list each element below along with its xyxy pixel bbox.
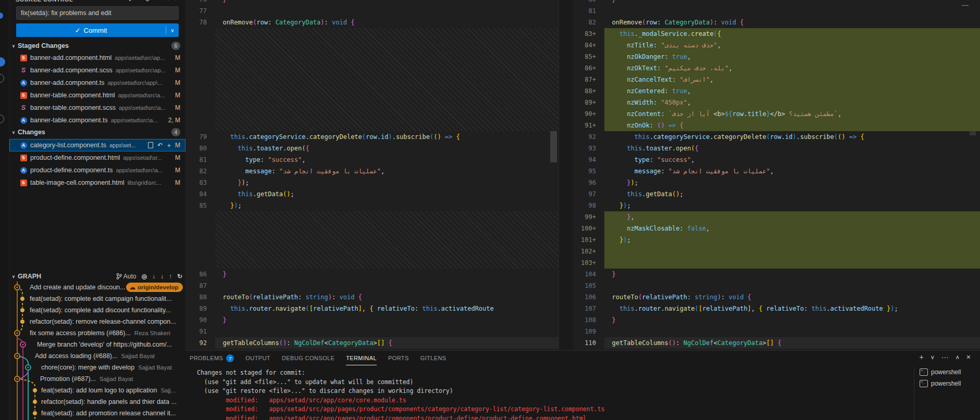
code-line-105[interactable]: 105: [573, 280, 980, 291]
file-row-banner-add.component.html[interactable]: 5banner-add.component.htmlapps\setad\src…: [9, 52, 185, 64]
maximize-panel-icon[interactable]: ∧: [956, 354, 960, 361]
open-file-icon[interactable]: [148, 142, 153, 148]
activity-bar[interactable]: [0, 0, 9, 420]
code-line-92[interactable]: 92 getTableColumns(): NgColDef<CategoryD…: [185, 337, 559, 349]
code-line-86[interactable]: 86 }: [185, 269, 559, 280]
file-row-banner-add.component.scss[interactable]: Sbanner-add.component.scssapps\setad\src…: [9, 64, 185, 77]
commit-row[interactable]: chore(core): merge with developSajjad Ba…: [9, 362, 185, 373]
panel-tab-gitlens[interactable]: GITLENS: [420, 351, 446, 365]
code-line-91[interactable]: 91: [185, 326, 559, 337]
scm-header-icons[interactable]: — ✓ ↻ ···: [111, 0, 181, 3]
commit-row[interactable]: feat(setad): complete edit campaign func…: [9, 293, 185, 304]
file-row-banner-table.component.scss[interactable]: Sbanner-table.component.scssapps\setad\s…: [9, 101, 185, 114]
code-line-90[interactable]: 90 }: [185, 314, 559, 326]
panel-tab-terminal[interactable]: TERMINAL: [346, 351, 377, 365]
file-row-table-image-cell.component.html[interactable]: 5table-image-cell.component.htmllibs\gri…: [9, 176, 185, 189]
code-line-85[interactable]: 85+ nzOkDanger: true,: [573, 51, 980, 62]
code-line-99[interactable]: 99+ },: [573, 211, 980, 223]
code-line-107[interactable]: 107 this.router.navigate([relativePath],…: [573, 303, 980, 314]
panel-tab-ports[interactable]: PORTS: [388, 351, 409, 365]
file-row-product-define.component.ts[interactable]: Aproduct-define.component.tsapps\setad\s…: [9, 164, 185, 176]
code-line-80[interactable]: 80 this.toaster.open({: [185, 143, 559, 154]
commit-message-input[interactable]: [16, 6, 179, 20]
code-line-87[interactable]: 87: [185, 280, 559, 291]
code-line-106[interactable]: 106 routeTo(relativePath: string): void …: [573, 291, 980, 303]
launch-profile-chevron-icon[interactable]: ∨: [931, 354, 935, 361]
commit-row[interactable]: Promotion (#687)...Sajjad Bayat: [9, 373, 185, 385]
more-actions-icon[interactable]: ···: [941, 353, 949, 361]
code-line-92[interactable]: 92 this.categoryService.categoryDelete(r…: [573, 131, 980, 143]
code-line-80[interactable]: 80 }: [573, 0, 980, 5]
discard-changes-icon[interactable]: ↶: [157, 142, 163, 149]
code-line-76[interactable]: 76 }: [185, 0, 559, 5]
code-line-95[interactable]: 95 message: "عمليات با موفقيت انجام شد",: [573, 166, 980, 177]
code-line-100[interactable]: 100+ nzMaskClosable: false,: [573, 223, 980, 234]
code-line-109[interactable]: 109: [573, 326, 980, 337]
diff-original-pane[interactable]: 76 }7778 onRemove(row: CategoryData): vo…: [185, 0, 559, 350]
code-line-88[interactable]: 88+ nzCentered: true,: [573, 85, 980, 97]
commit-row[interactable]: Merge branch 'develop' of https://github…: [9, 339, 185, 350]
terminal-output[interactable]: Changes not staged for commit: (use "git…: [197, 368, 907, 420]
code-line-82[interactable]: 82 message: "عمليات با موفقيت انجام شد",: [185, 166, 559, 177]
diff-modified-pane[interactable]: — 80 }8182 onRemove(row: CategoryData): …: [573, 0, 980, 350]
code-line-77[interactable]: 77: [185, 5, 559, 17]
stage-changes-icon[interactable]: +: [167, 142, 171, 149]
code-line-81[interactable]: 81: [573, 5, 980, 17]
terminal-instance-powershell[interactable]: powershell: [914, 378, 980, 389]
code-line-110[interactable]: 110 getTableColumns(): NgColDef<Category…: [573, 337, 980, 349]
panel-tab-output[interactable]: OUTPUT: [245, 351, 270, 365]
code-line-104[interactable]: 104 }: [573, 269, 980, 280]
staged-changes-header[interactable]: ∨ Staged Changes 6: [9, 40, 185, 52]
commit-row[interactable]: fix some access problems (#686)...Reza S…: [9, 327, 185, 339]
code-line-83[interactable]: 83+ this._modalService.create({: [573, 28, 980, 40]
commit-row[interactable]: refactor(setad): remove release-channel …: [9, 316, 185, 327]
file-row-banner-add.component.ts[interactable]: Abanner-add.component.tsapps\setad\src\a…: [9, 77, 185, 89]
code-line-90[interactable]: 90+ nzContent: `آیا از حذف <b>${row.titl…: [573, 108, 980, 120]
close-panel-icon[interactable]: ×: [966, 353, 971, 361]
commit-button[interactable]: ✓Commit ∨: [16, 23, 179, 37]
file-row-category-list.component.ts[interactable]: Acategory-list.component.tsapps\set...↶+…: [9, 139, 185, 151]
editor-sash[interactable]: [559, 0, 574, 350]
line-number: 110: [573, 337, 604, 349]
diff-editor[interactable]: 76 }7778 onRemove(row: CategoryData): vo…: [185, 0, 980, 350]
code-line-102[interactable]: 102+: [573, 246, 980, 257]
code-line-108[interactable]: 108 }: [573, 314, 980, 326]
file-row-banner-table.component.html[interactable]: 5banner-table.component.htmlapps\setad\s…: [9, 89, 185, 101]
code-line-94[interactable]: 94 type: "success",: [573, 154, 980, 166]
file-row-product-define.component.html[interactable]: 5product-define.component.htmlapps\setad…: [9, 151, 185, 164]
code-line-93[interactable]: 93 this.toaster.open({: [573, 143, 980, 154]
code-line-96[interactable]: 96 });: [573, 177, 980, 188]
commit-row[interactable]: feat(setad): add promotion release chann…: [9, 408, 185, 419]
code-line-91[interactable]: 91+ nzOnOk: () => {: [573, 120, 980, 131]
terminal-instance-powershell[interactable]: powershell: [914, 366, 980, 378]
code-line-84[interactable]: 84+ nzTitle: "حذف دسته بندی",: [573, 40, 980, 51]
code-line-88[interactable]: 88 routeTo(relativePath: string): void {: [185, 291, 559, 303]
changes-header[interactable]: ∨ Changes 4: [9, 126, 185, 138]
code-line-87[interactable]: 87+ nzCancelText: "انصراف",: [573, 74, 980, 85]
code-line-89[interactable]: 89+ nzWidth: "450px",: [573, 97, 980, 108]
commit-row[interactable]: feat(setad): complete add discount funct…: [9, 304, 185, 316]
commit-row[interactable]: Add create and update discoun...☁origin/…: [9, 282, 185, 293]
commit-row[interactable]: refactor(setad): handle panels and thier…: [9, 396, 185, 408]
commit-dropdown-chevron-icon[interactable]: ∨: [166, 28, 179, 33]
code-line-79[interactable]: 79 this.categoryService.categoryDelete(r…: [185, 131, 559, 143]
code-line-103[interactable]: 103+: [573, 257, 980, 269]
code-line-98[interactable]: 98 });: [573, 200, 980, 211]
commit-row[interactable]: Add access loading (#688)...Sajjad Bayat: [9, 350, 185, 362]
code-line-82[interactable]: 82 onRemove(row: CategoryData): void {: [573, 17, 980, 28]
panel-tab-debug-console[interactable]: DEBUG CONSOLE: [282, 351, 334, 365]
commit-row[interactable]: feat(setad): add loum logo to applicatio…: [9, 385, 185, 396]
code-line-101[interactable]: 101+ });: [573, 234, 980, 246]
file-row-banner-table.component.ts[interactable]: Abanner-table.component.tsapps\setad\src…: [9, 114, 185, 126]
code-line-83[interactable]: 83 });: [185, 177, 559, 188]
branch-badge[interactable]: ☁origin/develop: [126, 283, 182, 292]
code-line-78[interactable]: 78 onRemove(row: CategoryData): void {: [185, 17, 559, 28]
panel-tab-problems[interactable]: PROBLEMS7: [190, 351, 234, 365]
code-line-84[interactable]: 84 this.getData();: [185, 188, 559, 200]
code-line-81[interactable]: 81 type: "success",: [185, 154, 559, 166]
code-line-97[interactable]: 97 this.getData();: [573, 188, 980, 200]
code-line-85[interactable]: 85 });: [185, 200, 559, 211]
code-line-89[interactable]: 89 this.router.navigate([relativePath], …: [185, 303, 559, 314]
new-terminal-icon[interactable]: +: [920, 353, 924, 361]
code-line-86[interactable]: 86+ nzOkText: "بله، حذف میکنیم",: [573, 62, 980, 74]
